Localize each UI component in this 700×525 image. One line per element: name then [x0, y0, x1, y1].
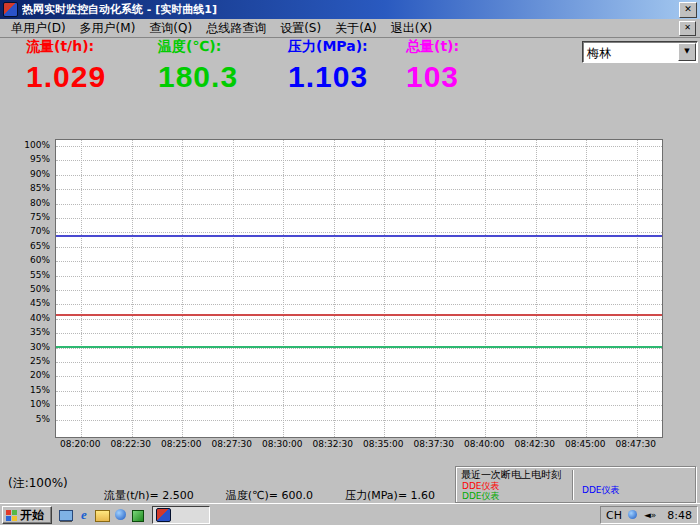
- menu-item-settings[interactable]: 设置(S): [273, 19, 328, 38]
- windows-logo-icon: [6, 510, 17, 521]
- start-button[interactable]: 开始: [2, 506, 52, 524]
- app-window: 热网实时监控自动化系统 - [实时曲线1] ✕ 单用户(D) 多用户(M) 查询…: [0, 0, 700, 525]
- system-tray: CH ◄» 8:48: [600, 506, 698, 524]
- menu-item-query[interactable]: 查询(Q): [142, 19, 199, 38]
- y-tick-label: 85%: [30, 183, 50, 193]
- x-tick-label: 08:45:00: [565, 439, 605, 449]
- v-gridline: [435, 140, 436, 437]
- v-gridline: [81, 140, 82, 437]
- h-gridline: [56, 420, 662, 421]
- y-tick-label: 5%: [36, 414, 50, 424]
- y-tick-label: 80%: [30, 198, 50, 208]
- h-gridline: [56, 146, 662, 147]
- quicklaunch-app-icon[interactable]: [130, 507, 146, 523]
- child-window-close-button[interactable]: ✕: [679, 21, 696, 36]
- h-gridline: [56, 290, 662, 291]
- flow-readout: 流量(t/h): 1.029: [26, 38, 106, 94]
- x-tick-label: 08:42:30: [515, 439, 555, 449]
- pressure-readout: 压力(MPa): 1.103: [288, 38, 368, 94]
- menu-item-bus-query[interactable]: 总线路查询: [199, 19, 273, 38]
- x-tick-label: 08:20:00: [60, 439, 100, 449]
- chart-y-axis: 100%95%90%85%80%75%70%65%60%55%50%45%40%…: [30, 139, 52, 436]
- y-tick-label: 70%: [30, 226, 50, 236]
- taskbar-task-button[interactable]: [152, 506, 210, 524]
- h-gridline: [56, 218, 662, 219]
- chart-plot: [55, 139, 663, 438]
- x-tick-label: 08:47:30: [616, 439, 656, 449]
- close-icon: ✕: [684, 4, 692, 14]
- h-gridline: [56, 333, 662, 334]
- station-combobox-value: 梅林: [587, 45, 611, 62]
- chart-x-axis: 08:20:0008:22:3008:25:0008:27:3008:30:00…: [55, 439, 661, 452]
- y-tick-label: 55%: [30, 270, 50, 280]
- temperature-label: 温度(℃):: [158, 38, 238, 56]
- h-gridline: [56, 362, 662, 363]
- v-gridline: [637, 140, 638, 437]
- y-tick-label: 100%: [24, 140, 50, 150]
- quicklaunch-folder-icon[interactable]: [94, 507, 110, 523]
- y-tick-label: 25%: [30, 356, 50, 366]
- station-combobox[interactable]: 梅林 ▼: [582, 41, 698, 63]
- close-button[interactable]: ✕: [679, 2, 697, 18]
- h-gridline: [56, 247, 662, 248]
- y-tick-label: 40%: [30, 313, 50, 323]
- combo-dropdown-button[interactable]: ▼: [678, 43, 696, 61]
- titlebar: 热网实时监控自动化系统 - [实时曲线1] ✕: [0, 0, 700, 19]
- menu-item-exit[interactable]: 退出(X): [384, 19, 440, 38]
- temperature-range: 温度(℃)= 600.0: [226, 488, 313, 503]
- range-legend: 流量(t/h)= 2.500 温度(℃)= 600.0 压力(MPa)= 1.6…: [104, 488, 435, 503]
- clock[interactable]: 8:48: [667, 509, 692, 522]
- child-close-icon: ✕: [684, 23, 691, 32]
- series-line-temperature: [56, 346, 662, 348]
- v-gridline: [485, 140, 486, 437]
- y-tick-label: 60%: [30, 255, 50, 265]
- total-readout: 总量(t): 103: [406, 38, 459, 94]
- series-line-pressure: [56, 235, 662, 237]
- y-tick-label: 50%: [30, 284, 50, 294]
- menu-item-multi-user[interactable]: 多用户(M): [73, 19, 143, 38]
- y-tick-label: 75%: [30, 212, 50, 222]
- y-tick-label: 15%: [30, 385, 50, 395]
- power-event-panel: 最近一次断电上电时刻 DDE仪表 DDE仪表 DDE仪表: [455, 466, 697, 504]
- h-gridline: [56, 319, 662, 320]
- y-tick-label: 10%: [30, 399, 50, 409]
- v-gridline: [536, 140, 537, 437]
- pressure-value: 1.103: [288, 60, 368, 94]
- temperature-value: 180.3: [158, 60, 238, 94]
- h-gridline: [56, 175, 662, 176]
- tray-monitor-icon[interactable]: [627, 509, 639, 521]
- chevron-down-icon: ▼: [684, 47, 689, 55]
- y-tick-label: 30%: [30, 342, 50, 352]
- quicklaunch-network-icon[interactable]: [112, 507, 128, 523]
- y-tick-label: 95%: [30, 154, 50, 164]
- h-gridline: [56, 261, 662, 262]
- quicklaunch-ie-icon[interactable]: e: [76, 507, 92, 523]
- language-indicator[interactable]: CH: [606, 509, 622, 522]
- realtime-curve-chart: 100%95%90%85%80%75%70%65%60%55%50%45%40%…: [30, 139, 662, 453]
- x-tick-label: 08:37:30: [414, 439, 454, 449]
- x-tick-label: 08:30:00: [262, 439, 302, 449]
- v-gridline: [233, 140, 234, 437]
- h-gridline: [56, 160, 662, 161]
- menu-item-about[interactable]: 关于(A): [328, 19, 384, 38]
- x-tick-label: 08:22:30: [111, 439, 151, 449]
- quicklaunch-show-desktop-icon[interactable]: [58, 507, 74, 523]
- flow-label: 流量(t/h):: [26, 38, 106, 56]
- menubar: 单用户(D) 多用户(M) 查询(Q) 总线路查询 设置(S) 关于(A) 退出…: [0, 19, 700, 38]
- tray-volume-icon[interactable]: ◄»: [644, 509, 656, 521]
- h-gridline: [56, 204, 662, 205]
- taskbar: 开始 e CH ◄» 8:48: [0, 503, 700, 525]
- v-gridline: [132, 140, 133, 437]
- y-tick-label: 65%: [30, 241, 50, 251]
- panel-divider: [572, 470, 573, 500]
- menu-item-single-user[interactable]: 单用户(D): [4, 19, 73, 38]
- series-line-flow: [56, 314, 662, 316]
- h-gridline: [56, 276, 662, 277]
- start-button-label: 开始: [20, 507, 44, 524]
- flow-range: 流量(t/h)= 2.500: [104, 488, 194, 503]
- x-tick-label: 08:35:00: [363, 439, 403, 449]
- total-label: 总量(t):: [406, 38, 459, 56]
- v-gridline: [586, 140, 587, 437]
- x-tick-label: 08:25:00: [161, 439, 201, 449]
- h-gridline: [56, 391, 662, 392]
